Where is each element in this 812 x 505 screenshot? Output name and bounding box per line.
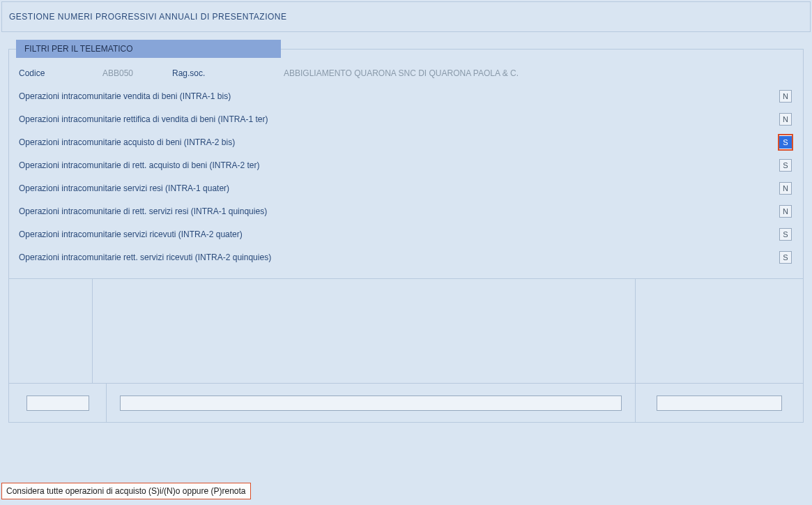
operation-row: Operazioni intracomunitarie rett. serviz… (19, 246, 793, 269)
operation-flag-input[interactable] (779, 113, 792, 126)
operation-label: Operazioni intracomunitarie vendita di b… (19, 91, 231, 101)
operation-flag-input[interactable] (779, 136, 792, 149)
operation-flag-input[interactable] (779, 159, 792, 172)
operation-flag-input[interactable] (779, 90, 792, 103)
operation-label: Operazioni intracomunitarie servizi resi… (19, 183, 229, 193)
operation-flag-input[interactable] (779, 205, 792, 218)
codice-row: Codice ABB050 Rag.soc. ABBIGLIAMENTO QUA… (19, 62, 793, 84)
bottom-input-c[interactable] (657, 395, 782, 411)
page-title: GESTIONE NUMERI PROGRESSIVI ANNUALI DI P… (9, 12, 287, 22)
bottom-cell-c (636, 384, 803, 422)
operation-label: Operazioni intracomunitarie acquisto di … (19, 137, 235, 147)
bottom-bar (8, 384, 804, 423)
operation-flag-input[interactable] (779, 251, 792, 264)
page-title-bar: GESTIONE NUMERI PROGRESSIVI ANNUALI DI P… (1, 1, 811, 32)
operation-row: Operazioni intracomunitarie acquisto di … (19, 130, 793, 153)
lower-cell-b (93, 279, 636, 383)
telematico-filters-group: FILTRI PER IL TELEMATICO Codice ABB050 R… (8, 49, 804, 279)
ragsoc-label: Rag.soc. (172, 68, 284, 78)
operation-flag-wrap (778, 251, 793, 264)
operation-label: Operazioni intracomunitarie servizi rice… (19, 229, 243, 239)
status-hint-text: Considera tutte operazioni di acquisto (… (6, 486, 246, 496)
operation-label: Operazioni intracomunitarie di rett. acq… (19, 160, 259, 170)
operation-row: Operazioni intracomunitarie rettifica di… (19, 107, 793, 130)
operation-flag-wrap (778, 113, 793, 126)
codice-value: ABB050 (102, 68, 172, 78)
operation-flag-input[interactable] (779, 228, 792, 241)
lower-cell-a (9, 279, 93, 383)
operation-row: Operazioni intracomunitarie di rett. ser… (19, 199, 793, 223)
bottom-input-b[interactable] (120, 395, 622, 411)
operation-flag-wrap (778, 182, 793, 195)
operation-row: Operazioni intracomunitarie servizi resi… (19, 176, 793, 199)
bottom-input-a[interactable] (26, 395, 89, 411)
status-hint-box: Considera tutte operazioni di acquisto (… (1, 483, 251, 499)
operation-row: Operazioni intracomunitarie vendita di b… (19, 84, 793, 107)
bottom-cell-a (9, 384, 107, 422)
operation-flag-wrap (778, 228, 793, 241)
group-legend: FILTRI PER IL TELEMATICO (16, 40, 281, 58)
bottom-cell-b (107, 384, 636, 422)
operation-row: Operazioni intracomunitarie servizi rice… (19, 223, 793, 246)
ragsoc-value: ABBIGLIAMENTO QUARONA SNC DI QUARONA PAO… (284, 68, 519, 78)
operation-flag-wrap (778, 134, 793, 151)
operation-flag-input[interactable] (779, 182, 792, 195)
group-legend-text: FILTRI PER IL TELEMATICO (24, 44, 133, 54)
operation-label: Operazioni intracomunitarie di rett. ser… (19, 206, 267, 216)
operation-row: Operazioni intracomunitarie di rett. acq… (19, 153, 793, 176)
lower-panel (8, 279, 804, 384)
operation-label: Operazioni intracomunitarie rett. serviz… (19, 252, 271, 262)
operation-flag-wrap (778, 90, 793, 103)
codice-label: Codice (19, 68, 102, 78)
operation-flag-wrap (778, 205, 793, 218)
lower-cell-c (636, 279, 803, 383)
operation-label: Operazioni intracomunitarie rettifica di… (19, 114, 268, 124)
operation-flag-wrap (778, 159, 793, 172)
